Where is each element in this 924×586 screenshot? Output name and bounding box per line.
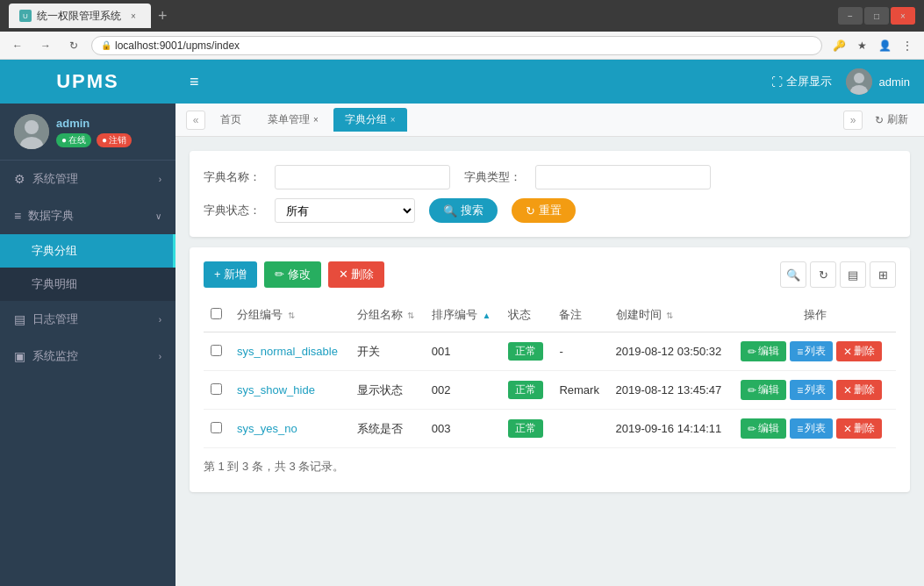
breadcrumb-back-button[interactable]: « bbox=[186, 111, 205, 130]
card-view-btn[interactable]: ⊞ bbox=[870, 261, 896, 288]
address-actions: 🔑 ★ 👤 ⋮ bbox=[829, 36, 917, 55]
sidebar-item-dict-detail[interactable]: 字典明细 bbox=[0, 268, 175, 301]
row2-group-name: 显示状态 bbox=[350, 371, 425, 410]
forward-button[interactable]: → bbox=[35, 35, 56, 56]
row1-actions: ✏ 编辑 ≡ 列表 ✕ 删除 bbox=[734, 332, 896, 371]
row2-group-code: sys_show_hide bbox=[230, 371, 350, 410]
row2-edit-button[interactable]: ✏ 编辑 bbox=[741, 380, 786, 400]
sort-icon-create-time[interactable]: ⇅ bbox=[666, 311, 673, 320]
search-icon-btn[interactable]: 🔍 bbox=[780, 261, 806, 288]
row2-create-time: 2019-08-12 13:45:47 bbox=[609, 371, 734, 410]
sort-icon-sort-code[interactable]: ▲ bbox=[482, 311, 491, 320]
row1-checkbox[interactable] bbox=[211, 345, 222, 356]
label-dict-type: 字典类型： bbox=[464, 169, 521, 185]
delete-icon: ✕ bbox=[843, 346, 852, 358]
list-icon: ≡ bbox=[14, 209, 21, 223]
logout-badge[interactable]: ● 注销 bbox=[97, 133, 132, 147]
list-icon: ≡ bbox=[797, 346, 803, 358]
delete-icon-2: ✕ bbox=[843, 384, 852, 397]
window-controls: − □ × bbox=[838, 7, 915, 25]
minimize-button[interactable]: − bbox=[838, 7, 863, 25]
tab-menu-mgmt[interactable]: 菜单管理 × bbox=[256, 108, 330, 132]
profile-icon[interactable]: 👤 bbox=[875, 36, 894, 55]
close-button[interactable]: × bbox=[891, 7, 915, 25]
row2-list-button[interactable]: ≡ 列表 bbox=[790, 380, 833, 400]
table-area: + 新增 ✏ 修改 ✕ 删除 🔍 ↻ ▤ ⊞ bbox=[190, 247, 910, 492]
add-button[interactable]: + 新增 bbox=[204, 261, 257, 288]
input-dict-type[interactable] bbox=[535, 165, 711, 189]
sidebar-label-dict-group: 字典分组 bbox=[32, 243, 77, 259]
row3-action-cell: ✏ 编辑 ≡ 列表 ✕ 删除 bbox=[741, 418, 889, 439]
tab-dict-group[interactable]: 字典分组 × bbox=[333, 108, 407, 132]
row1-edit-button[interactable]: ✏ 编辑 bbox=[741, 341, 786, 361]
back-button[interactable]: ← bbox=[7, 35, 28, 56]
list-icon-3: ≡ bbox=[797, 423, 803, 435]
row3-delete-button[interactable]: ✕ 删除 bbox=[836, 418, 882, 439]
row2-status-badge: 正常 bbox=[508, 381, 543, 399]
menu-icon[interactable]: ⋮ bbox=[898, 36, 917, 55]
hamburger-button[interactable]: ≡ bbox=[190, 73, 199, 91]
sidebar-item-dict-group[interactable]: 字典分组 bbox=[0, 234, 175, 268]
row3-create-time: 2019-09-16 14:14:11 bbox=[609, 410, 734, 448]
reload-button[interactable]: ↻ bbox=[63, 35, 84, 56]
search-button[interactable]: 🔍 搜索 bbox=[429, 198, 498, 223]
sidebar-item-log-mgmt[interactable]: ▤ 日志管理 › bbox=[0, 301, 175, 338]
row2-action-cell: ✏ 编辑 ≡ 列表 ✕ 删除 bbox=[741, 380, 889, 400]
table-row: sys_show_hide 显示状态 002 正常 Remark 2019-08… bbox=[204, 371, 896, 410]
search-row-1: 字典名称： 字典类型： bbox=[204, 165, 896, 189]
select-dict-status[interactable]: 所有 bbox=[275, 198, 415, 223]
tab-close-button[interactable]: × bbox=[126, 9, 140, 23]
edit-button[interactable]: ✏ 修改 bbox=[264, 261, 321, 288]
breadcrumb-nav: « bbox=[186, 111, 205, 130]
row1-status-badge: 正常 bbox=[508, 342, 543, 361]
reset-button[interactable]: ↻ 重置 bbox=[512, 198, 576, 223]
content-area: 字典名称： 字典类型： 字典状态： 所有 🔍 搜索 ↻ bbox=[175, 137, 924, 586]
sidebar-item-data-dict[interactable]: ≡ 数据字典 ∨ bbox=[0, 197, 175, 234]
row3-group-code-link[interactable]: sys_yes_no bbox=[237, 422, 297, 435]
admin-avatar bbox=[846, 68, 872, 95]
select-all-checkbox[interactable] bbox=[211, 308, 222, 319]
row1-group-name: 开关 bbox=[350, 332, 425, 371]
user-badges: ● 在线 ● 注销 bbox=[56, 133, 161, 147]
refresh-button[interactable]: ↻ 刷新 bbox=[870, 111, 913, 129]
tab-dict-close-icon[interactable]: × bbox=[390, 115, 396, 125]
refresh-icon-btn[interactable]: ↻ bbox=[810, 261, 836, 288]
fullscreen-button[interactable]: ⛶ 全屏显示 bbox=[771, 74, 832, 89]
star-icon[interactable]: ★ bbox=[852, 36, 871, 55]
maximize-button[interactable]: □ bbox=[864, 7, 889, 25]
new-tab-button[interactable]: + bbox=[151, 7, 175, 25]
row3-edit-button[interactable]: ✏ 编辑 bbox=[741, 418, 786, 439]
row3-remark bbox=[552, 410, 608, 448]
sort-icon-group-name[interactable]: ⇅ bbox=[407, 311, 414, 320]
svg-point-1 bbox=[25, 120, 39, 134]
input-dict-name[interactable] bbox=[275, 165, 450, 189]
tab-home[interactable]: 首页 bbox=[209, 108, 253, 132]
chevron-down-icon: ∨ bbox=[155, 211, 161, 221]
row1-group-code-link[interactable]: sys_normal_disable bbox=[237, 345, 338, 358]
row1-checkbox-cell bbox=[204, 332, 230, 371]
th-remark: 备注 bbox=[552, 298, 608, 332]
row3-list-button[interactable]: ≡ 列表 bbox=[790, 418, 833, 439]
key-icon[interactable]: 🔑 bbox=[829, 36, 849, 55]
edit-icon-3: ✏ bbox=[748, 423, 756, 435]
tab-favicon: U bbox=[19, 10, 32, 22]
url-bar[interactable]: 🔒 localhost:9001/upms/index bbox=[91, 36, 822, 55]
list-icon-2: ≡ bbox=[797, 384, 803, 397]
tab-menu-close-icon[interactable]: × bbox=[313, 115, 319, 125]
row2-group-code-link[interactable]: sys_show_hide bbox=[237, 383, 315, 397]
table-row: sys_normal_disable 开关 001 正常 - 2019-08-1… bbox=[204, 332, 896, 371]
sidebar-item-sys-mgmt[interactable]: ⚙ 系统管理 › bbox=[0, 161, 175, 197]
lock-icon: 🔒 bbox=[101, 40, 111, 50]
username: admin bbox=[56, 117, 161, 130]
delete-button[interactable]: ✕ 删除 bbox=[328, 261, 385, 288]
table-view-btn[interactable]: ▤ bbox=[840, 261, 866, 288]
breadcrumb-forward-button[interactable]: » bbox=[843, 111, 863, 130]
row2-delete-button[interactable]: ✕ 删除 bbox=[836, 380, 882, 400]
row1-delete-button[interactable]: ✕ 删除 bbox=[836, 341, 882, 361]
sidebar-item-sys-monitor[interactable]: ▣ 系统监控 › bbox=[0, 338, 175, 375]
row2-checkbox[interactable] bbox=[211, 383, 222, 395]
row3-checkbox[interactable] bbox=[211, 422, 222, 433]
sort-icon-group-code[interactable]: ⇅ bbox=[288, 311, 295, 320]
label-dict-name: 字典名称： bbox=[204, 169, 261, 185]
row1-list-button[interactable]: ≡ 列表 bbox=[790, 341, 833, 361]
